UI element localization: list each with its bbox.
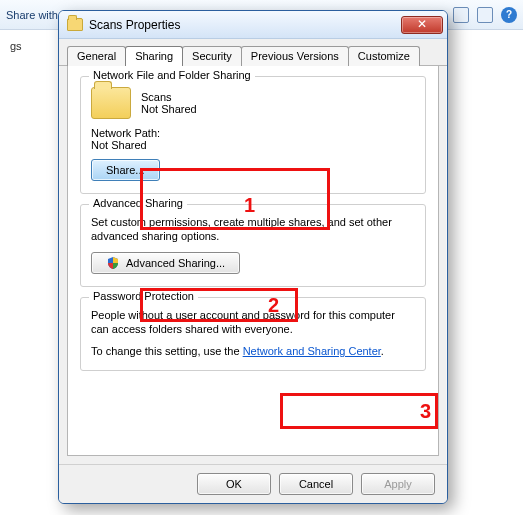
- close-icon: ✕: [417, 17, 427, 31]
- group-title: Advanced Sharing: [89, 197, 187, 209]
- group-title: Password Protection: [89, 290, 198, 302]
- share-button[interactable]: Share...: [91, 159, 160, 181]
- advanced-description: Set custom permissions, create multiple …: [91, 215, 415, 244]
- group-title: Network File and Folder Sharing: [89, 69, 255, 81]
- share-button-label: Share...: [106, 164, 145, 176]
- share-with-label: Share with: [6, 9, 58, 21]
- password-line1: People without a user account and passwo…: [91, 308, 415, 337]
- group-password-protection: Password Protection People without a use…: [80, 297, 426, 372]
- help-icon[interactable]: ?: [501, 7, 517, 23]
- tab-customize[interactable]: Customize: [348, 46, 420, 66]
- tab-sharing[interactable]: Sharing: [125, 46, 183, 66]
- share-with-menu[interactable]: Share with ▾: [6, 9, 66, 21]
- share-status: Not Shared: [141, 103, 197, 115]
- folder-icon: [67, 18, 83, 31]
- tab-general[interactable]: General: [67, 46, 126, 66]
- line2-suffix: .: [381, 345, 384, 357]
- line2-prefix: To change this setting, use the: [91, 345, 243, 357]
- cancel-label: Cancel: [299, 478, 333, 490]
- titlebar[interactable]: Scans Properties ✕: [59, 11, 447, 39]
- ok-button[interactable]: OK: [197, 473, 271, 495]
- tab-previous-versions[interactable]: Previous Versions: [241, 46, 349, 66]
- tab-security[interactable]: Security: [182, 46, 242, 66]
- group-network-sharing: Network File and Folder Sharing Scans No…: [80, 76, 426, 194]
- folder-large-icon: [91, 87, 131, 119]
- view-icon[interactable]: [453, 7, 469, 23]
- tab-body: Network File and Folder Sharing Scans No…: [67, 66, 439, 456]
- close-button[interactable]: ✕: [401, 16, 443, 34]
- properties-dialog: Scans Properties ✕ General Sharing Secur…: [58, 10, 448, 504]
- dialog-buttons: OK Cancel Apply: [59, 464, 447, 503]
- apply-button[interactable]: Apply: [361, 473, 435, 495]
- dialog-title: Scans Properties: [89, 18, 180, 32]
- network-path-label: Network Path:: [91, 127, 415, 139]
- ok-label: OK: [226, 478, 242, 490]
- network-path-value: Not Shared: [91, 139, 415, 151]
- folder-name: Scans: [141, 91, 197, 103]
- group-advanced-sharing: Advanced Sharing Set custom permissions,…: [80, 204, 426, 287]
- shield-icon: [106, 256, 120, 270]
- advanced-sharing-label: Advanced Sharing...: [126, 257, 225, 269]
- advanced-sharing-button[interactable]: Advanced Sharing...: [91, 252, 240, 274]
- pane-icon[interactable]: [477, 7, 493, 23]
- network-sharing-center-link[interactable]: Network and Sharing Center: [243, 345, 381, 357]
- apply-label: Apply: [384, 478, 412, 490]
- cancel-button[interactable]: Cancel: [279, 473, 353, 495]
- password-line2: To change this setting, use the Network …: [91, 344, 415, 358]
- tabstrip: General Sharing Security Previous Versio…: [59, 39, 447, 66]
